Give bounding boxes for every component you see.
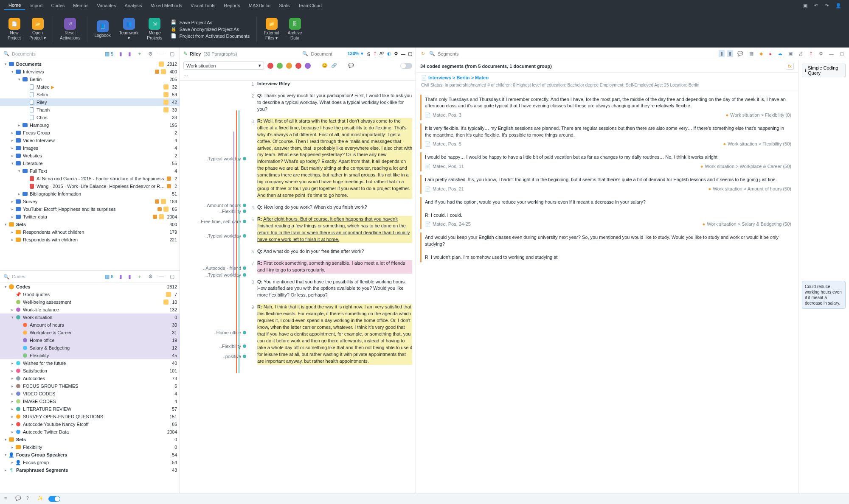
project-from-activated-button[interactable]: 📄Project from Activated Documents <box>171 33 250 39</box>
seg-tool-6-icon[interactable]: ● <box>767 50 773 57</box>
edit-icon[interactable]: ✎ <box>183 51 187 56</box>
tree-row[interactable]: Amount of hours30 <box>0 321 180 329</box>
chat-icon[interactable]: 💬 <box>15 496 22 502</box>
tree-row[interactable]: Salary & Budgeting12 <box>0 344 180 352</box>
merge-projects-button[interactable]: ⇲ Merge Projects <box>143 18 166 41</box>
seg-tool-8-icon[interactable]: ▣ <box>787 50 794 57</box>
tree-row[interactable]: ▸Flexibility0 <box>0 443 180 451</box>
menu-home[interactable]: Home <box>4 1 25 10</box>
documents-search-input[interactable] <box>12 51 101 56</box>
tree-row[interactable]: ▸Video Interview4 <box>0 137 180 144</box>
segment[interactable]: It is very flexible. It's typically… my … <box>420 123 795 149</box>
logbook-button[interactable]: 📘 Logbook <box>90 20 115 38</box>
menu-teamcloud[interactable]: TeamCloud <box>294 1 326 10</box>
code-dropdown[interactable]: Work situation▾ <box>183 62 264 70</box>
save-anonymized-button[interactable]: 🔒Save Anonymized Project As <box>171 26 250 32</box>
seg-tool-3-icon[interactable]: 💬 <box>736 50 745 57</box>
help-icon[interactable]: ? <box>26 496 33 502</box>
segments-search-input[interactable] <box>438 51 716 56</box>
menu-icon[interactable]: ≡ <box>4 496 11 502</box>
reset-activations-button[interactable]: ↺ Reset Activations <box>56 18 84 41</box>
tree-row[interactable]: Al Nima und Garcia - 2015 - Factor struc… <box>0 175 180 182</box>
simple-coding-query-button[interactable]: ℹSimple Coding Query <box>802 64 846 77</box>
external-files-button[interactable]: 📁 External Files ▾ <box>259 18 284 41</box>
export-icon[interactable]: ↥ <box>373 51 377 56</box>
undo-icon[interactable]: ↶ <box>811 1 821 10</box>
export-icon[interactable]: ↥ <box>807 50 815 57</box>
new-project-button[interactable]: 📄 New Project <box>3 18 25 41</box>
tree-row[interactable]: ▸FOCUS GROUP THEMES6 <box>0 382 180 390</box>
tree-row[interactable]: Workplace & Career31 <box>0 329 180 336</box>
menu-analysis[interactable]: Analysis <box>120 1 146 10</box>
more-icon[interactable]: ⋯ <box>183 73 188 78</box>
segment[interactable]: I would be happy… I would be happy to ha… <box>420 152 795 171</box>
code-color-1-icon[interactable] <box>267 63 273 69</box>
segment[interactable]: And if you had the option, would you red… <box>420 197 795 230</box>
tree-row[interactable]: ▸Websites2 <box>0 152 180 160</box>
minimize-icon[interactable]: — <box>157 50 166 58</box>
tree-row[interactable]: ▾Full Text4 <box>0 167 180 175</box>
tree-row[interactable]: ▸Hamburg195 <box>0 121 180 129</box>
minimize-icon[interactable]: — <box>827 50 835 57</box>
tree-row[interactable]: ▾Work situation0 <box>0 314 180 321</box>
maximize-icon[interactable]: ▢ <box>168 50 176 58</box>
tree-row[interactable]: ▸Autocode Youtube Nancy Etcoff86 <box>0 420 180 428</box>
refresh-icon[interactable]: ↻ <box>419 50 427 57</box>
tree-row[interactable]: Wang - 2015 - Work–Life Balance- Hopeles… <box>0 182 180 190</box>
gear-icon[interactable]: ⚙ <box>146 273 155 280</box>
paragraph[interactable]: Q: How long do you work? When do you fin… <box>257 204 412 211</box>
tree-row[interactable]: ▾Literature55 <box>0 160 180 167</box>
maximize-icon[interactable]: ▢ <box>168 273 176 280</box>
segment[interactable]: I am pretty satisfied. It's, you know, I… <box>420 175 795 194</box>
doc-tool-2-icon[interactable]: ▮ <box>127 50 133 58</box>
archive-data-button[interactable]: 🗄 Archive Data <box>284 18 306 41</box>
seg-tool-4-icon[interactable]: ▦ <box>748 50 755 57</box>
seg-tool-7-icon[interactable]: ☁ <box>776 50 784 57</box>
menu-maxdictio[interactable]: MAXDictio <box>245 1 275 10</box>
comment-icon[interactable]: 💬 <box>348 63 354 68</box>
gear-icon[interactable]: ⚙ <box>146 50 155 58</box>
segment[interactable]: And would you keep your English classes … <box>420 232 795 262</box>
menu-visual-tools[interactable]: Visual Tools <box>186 1 219 10</box>
document-search-input[interactable] <box>311 51 345 56</box>
tree-row[interactable]: Mateo ▶32 <box>0 83 180 91</box>
menu-import[interactable]: Import <box>25 1 47 10</box>
tree-row[interactable]: ▾Berlin205 <box>0 76 180 83</box>
save-icon[interactable]: ▣ <box>800 1 811 10</box>
seg-tool-1-icon[interactable]: ▮ <box>719 50 725 57</box>
user-icon[interactable]: 👤 <box>832 1 845 10</box>
code-tool-2-icon[interactable]: ▮ <box>127 273 133 280</box>
tree-row[interactable]: ▸👤Focus group54 <box>0 459 180 466</box>
code-tool-1-icon[interactable]: ▮ <box>118 273 124 280</box>
tree-row[interactable]: ▾Interviews400 <box>0 68 180 76</box>
add-icon[interactable]: ＋ <box>135 49 144 58</box>
open-project-button[interactable]: 📂 Open Project ▾ <box>25 18 50 41</box>
ai-icon[interactable]: ✨ <box>37 496 44 502</box>
tree-row[interactable]: ▸LITERATURE REVIEW57 <box>0 405 180 413</box>
teamwork-button[interactable]: 👥 Teamwork ▾ <box>115 18 143 41</box>
spell-icon[interactable]: Aᵇ <box>380 51 385 56</box>
tree-row[interactable]: ▸Satisfaction101 <box>0 367 180 375</box>
tree-row[interactable]: ▾Documents2812 <box>0 60 180 68</box>
tree-row[interactable]: Riley42 <box>0 98 180 106</box>
menu-codes[interactable]: Codes <box>47 1 69 10</box>
gear-icon[interactable]: ⚙ <box>817 50 825 57</box>
print-icon[interactable]: 🖨 <box>366 51 371 56</box>
toggle-icon[interactable]: ◐ <box>387 51 391 56</box>
save-project-as-button[interactable]: 💾Save Project As <box>171 20 250 25</box>
minimize-icon[interactable]: — <box>157 273 166 280</box>
menu-memos[interactable]: Memos <box>69 1 93 10</box>
tree-row[interactable]: ▾👤Focus Group Speakers54 <box>0 451 180 459</box>
tree-row[interactable]: Chris33 <box>0 114 180 121</box>
tree-row[interactable]: Home office19 <box>0 336 180 344</box>
maximize-icon[interactable]: ▢ <box>408 51 412 56</box>
tree-row[interactable]: ▸Respondents without children179 <box>0 228 180 236</box>
tree-row[interactable]: ▸Autocode Twitter Data2004 <box>0 428 180 436</box>
tree-row[interactable]: ▸Focus Group2 <box>0 129 180 137</box>
link-icon[interactable]: 🔗 <box>331 63 337 68</box>
tree-row[interactable]: ▾Codes2812 <box>0 283 180 291</box>
seg-function-icon[interactable]: fx <box>786 63 794 70</box>
codes-tree[interactable]: ▾Codes2812📌Good quotes7Well-being assess… <box>0 283 180 493</box>
codes-search-input[interactable] <box>12 274 101 279</box>
paragraph[interactable]: Q: You mentioned that you have the possi… <box>257 279 412 299</box>
